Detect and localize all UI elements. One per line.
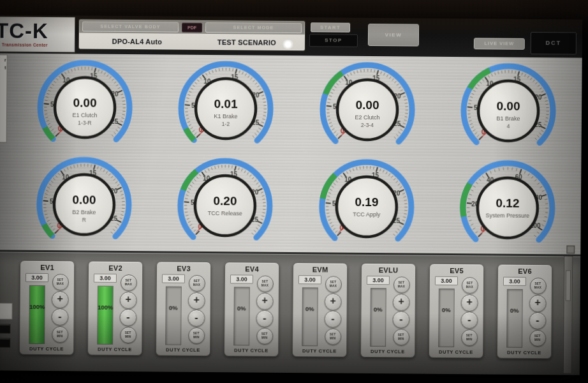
increase-button[interactable]: + bbox=[120, 292, 137, 309]
select-mode-button[interactable]: SELECT MODE bbox=[205, 22, 302, 33]
increase-button[interactable]: + bbox=[325, 293, 342, 310]
set-min-button[interactable]: SET MIN bbox=[529, 330, 546, 347]
set-min-button[interactable]: SET MIN bbox=[325, 328, 341, 345]
selection-panel: SELECT VALVE BODY PDF SELECT MODE DPO-AL… bbox=[78, 19, 305, 51]
gauge-label: E1 Clutch bbox=[72, 112, 97, 118]
duty-cycle-slider[interactable]: 0% bbox=[302, 287, 318, 346]
set-min-button[interactable]: SET MIN bbox=[461, 329, 478, 346]
live-view-button[interactable]: LIVE VIEW bbox=[474, 38, 525, 50]
brand-logo: TC-K bbox=[0, 22, 48, 41]
increase-button[interactable]: + bbox=[393, 294, 410, 311]
increase-button[interactable]: + bbox=[188, 292, 205, 309]
duty-cycle-value: 0% bbox=[166, 304, 180, 311]
gauge-value: 0.12 bbox=[496, 197, 520, 210]
solenoid-card-ev3: EV33.000%SET MAX+-SET MINDUTY CYCLE bbox=[156, 261, 211, 356]
photo-stage: TC-K Transmission Center SELECT VALVE BO… bbox=[0, 0, 588, 383]
duty-cycle-slider[interactable]: 0% bbox=[165, 286, 182, 345]
gauge-tcc-release: 51015202500.20TCC Release bbox=[154, 153, 297, 251]
decrease-button[interactable]: - bbox=[460, 312, 478, 329]
duty-cycle-slider[interactable]: 0% bbox=[506, 289, 523, 348]
increase-button[interactable]: + bbox=[461, 294, 478, 312]
set-min-button[interactable]: SET MIN bbox=[120, 327, 136, 343]
left-edge-partial-controls bbox=[0, 303, 13, 347]
set-max-button[interactable]: SET MAX bbox=[52, 274, 68, 290]
logo-panel: TC-K Transmission Center bbox=[0, 16, 75, 52]
solenoid-card-ev6: EV63.000%SET MAX+-SET MINDUTY CYCLE bbox=[497, 264, 552, 359]
partial-button-1[interactable] bbox=[0, 324, 10, 333]
duty-cycle-slider[interactable]: 0% bbox=[438, 289, 455, 347]
exit-button[interactable]: DCT bbox=[531, 32, 577, 55]
start-button[interactable]: START bbox=[311, 22, 350, 32]
set-min-button[interactable]: SET MIN bbox=[52, 326, 68, 343]
gauge-label: TCC Apply bbox=[353, 211, 381, 218]
decrease-button[interactable]: - bbox=[324, 311, 341, 328]
view-button[interactable]: VIEW bbox=[368, 24, 419, 47]
decrease-button[interactable]: - bbox=[187, 310, 205, 327]
set-max-button[interactable]: SET MAX bbox=[256, 276, 273, 292]
set-max-button[interactable]: SET MAX bbox=[461, 277, 478, 294]
solenoid-current-value: 3.00 bbox=[230, 274, 253, 283]
decrease-button[interactable]: - bbox=[51, 308, 68, 326]
gauge-value: 0.00 bbox=[355, 98, 379, 112]
solenoid-current-value: 3.00 bbox=[162, 274, 185, 283]
solenoid-name: EV4 bbox=[245, 265, 259, 273]
decrease-button[interactable]: - bbox=[529, 312, 546, 329]
pdf-button[interactable]: PDF bbox=[182, 22, 202, 32]
gauge-e1-clutch: 51015202500.00E1 Clutch1-3-R bbox=[14, 55, 156, 153]
vertical-scroll-strip[interactable] bbox=[563, 256, 573, 373]
decrease-button[interactable]: - bbox=[256, 310, 273, 327]
set-max-button[interactable]: SET MAX bbox=[325, 276, 341, 292]
duty-cycle-slider[interactable]: 0% bbox=[370, 288, 386, 347]
solenoid-name: EV2 bbox=[108, 264, 122, 272]
increase-button[interactable]: + bbox=[256, 292, 274, 310]
set-min-button[interactable]: SET MIN bbox=[256, 328, 273, 345]
duty-cycle-value: 0% bbox=[234, 304, 249, 312]
solenoid-panel: EV13.00100%SET MAX+-SET MINDUTY CYCLEEV2… bbox=[0, 250, 580, 375]
solenoid-name: EV3 bbox=[177, 265, 191, 273]
duty-cycle-label: DUTY CYCLE bbox=[507, 350, 541, 356]
partial-button-2[interactable] bbox=[0, 338, 10, 347]
solenoid-name: EV5 bbox=[450, 267, 464, 274]
valve-body-value: DPO-AL4 Auto bbox=[82, 34, 192, 48]
solenoid-name: EVM bbox=[312, 266, 328, 273]
duty-cycle-slider[interactable]: 0% bbox=[233, 287, 250, 345]
gauge-sublabel: 1-2 bbox=[222, 121, 230, 127]
duty-cycle-label: DUTY CYCLE bbox=[302, 348, 337, 354]
duty-cycle-label: DUTY CYCLE bbox=[234, 347, 268, 353]
solenoid-name: EV6 bbox=[518, 267, 532, 275]
gauge-label: E2 Clutch bbox=[355, 114, 379, 121]
stop-button[interactable]: STOP bbox=[309, 34, 358, 47]
set-max-button[interactable]: SET MAX bbox=[120, 274, 136, 291]
increase-button[interactable]: + bbox=[529, 295, 547, 312]
solenoid-card-evlu: EVLU3.000%SET MAX+-SET MINDUTY CYCLE bbox=[360, 263, 416, 358]
gauge-sublabel: 2-3-4 bbox=[361, 122, 374, 128]
duty-cycle-value: 0% bbox=[439, 306, 453, 313]
solenoid-current-value: 3.00 bbox=[94, 274, 117, 283]
duty-cycle-value: 0% bbox=[302, 305, 317, 312]
select-valve-body-button[interactable]: SELECT VALVE BODY bbox=[82, 21, 179, 32]
set-min-button[interactable]: SET MIN bbox=[393, 329, 409, 345]
toolbar: TC-K Transmission Center SELECT VALVE BO… bbox=[0, 15, 582, 57]
app-window: TC-K Transmission Center SELECT VALVE BO… bbox=[0, 15, 582, 375]
duty-cycle-label: DUTY CYCLE bbox=[98, 347, 132, 352]
set-max-button[interactable]: SET MAX bbox=[529, 278, 546, 294]
decrease-button[interactable]: - bbox=[119, 309, 136, 326]
set-max-button[interactable]: SET MAX bbox=[393, 276, 409, 293]
set-min-button[interactable]: SET MIN bbox=[188, 327, 205, 344]
set-max-button[interactable]: SET MAX bbox=[188, 275, 205, 292]
duty-cycle-slider[interactable]: 100% bbox=[97, 286, 114, 345]
solenoid-card-ev1: EV13.00100%SET MAX+-SET MINDUTY CYCLE bbox=[19, 260, 75, 356]
scroll-thumb[interactable] bbox=[566, 270, 571, 301]
increase-button[interactable]: + bbox=[52, 291, 69, 308]
gauge-system-pressure: 2040608010000.12System Pressure bbox=[437, 155, 579, 253]
duty-cycle-value: 100% bbox=[29, 303, 44, 310]
gauge-sublabel: 4 bbox=[507, 123, 510, 130]
solenoid-card-ev5: EV53.000%SET MAX+-SET MINDUTY CYCLE bbox=[429, 264, 484, 359]
gauge-sublabel: 1-3-R bbox=[78, 119, 91, 126]
duty-cycle-value: 0% bbox=[371, 306, 385, 313]
cutoff-text-fragment: r bbox=[4, 57, 6, 62]
duty-cycle-slider[interactable]: 100% bbox=[29, 285, 45, 344]
solenoid-card-ev2: EV23.00100%SET MAX+-SET MINDUTY CYCLE bbox=[87, 261, 143, 356]
decrease-button[interactable]: - bbox=[392, 312, 409, 329]
scroll-corner-button[interactable] bbox=[566, 245, 575, 253]
